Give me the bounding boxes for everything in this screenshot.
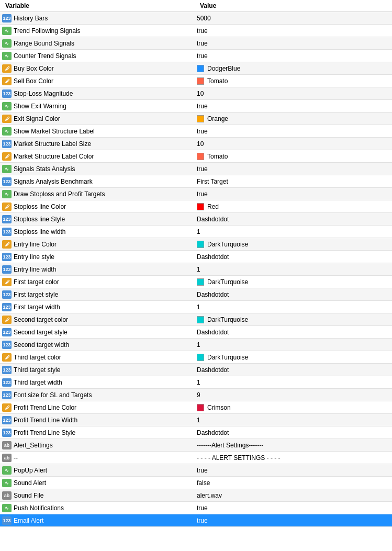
- color-icon: 🖌: [2, 240, 12, 249]
- 123-icon: 123: [2, 265, 12, 274]
- table-row[interactable]: ∿Show Market Structure Labeltrue: [0, 125, 392, 138]
- table-row[interactable]: 123Second target width1: [0, 339, 392, 351]
- value-label: DarkTurquoise: [207, 241, 248, 248]
- table-row[interactable]: ∿Draw Stoploss and Profit Targetstrue: [0, 188, 392, 200]
- 123-icon: 123: [2, 516, 12, 525]
- table-row[interactable]: 123Entry line styleDashdotdot: [0, 251, 392, 263]
- trend-icon: ∿: [2, 102, 12, 110]
- table-row[interactable]: 🖌Profit Trend Line ColorCrimson: [0, 401, 392, 414]
- table-row[interactable]: 123Email Alerttrue: [0, 514, 392, 527]
- trend-icon: ∿: [2, 479, 12, 487]
- trend-icon: ∿: [2, 127, 12, 136]
- variable-label: Second target color: [14, 316, 68, 323]
- variable-label: Exit Signal Color: [14, 115, 60, 122]
- table-row[interactable]: 123Entry line width1: [0, 263, 392, 276]
- value-label: Tomato: [207, 153, 228, 160]
- 123-icon: 123: [2, 215, 12, 223]
- table-row[interactable]: 123Stoploss line StyleDashdotdot: [0, 213, 392, 226]
- table-row[interactable]: 🖌Stoploss line ColorRed: [0, 200, 392, 213]
- table-row[interactable]: 🖌Sell Box ColorTomato: [0, 75, 392, 87]
- table-row[interactable]: 123Signals Analysis BenchmarkFirst Targe…: [0, 175, 392, 188]
- header-variable: Variable: [3, 2, 197, 9]
- table-row[interactable]: 123Second target styleDashdotdot: [0, 326, 392, 339]
- table-row[interactable]: 🖌Market Structure Label ColorTomato: [0, 150, 392, 163]
- variable-label: Sell Box Color: [14, 77, 53, 85]
- table-row[interactable]: 123Profit Trend Line StyleDashdotdot: [0, 426, 392, 439]
- table-row[interactable]: ∿Trend Following Signalstrue: [0, 25, 392, 37]
- table-row[interactable]: ∿Counter Trend Signalstrue: [0, 50, 392, 62]
- table-row[interactable]: 123Font size for SL and Targets9: [0, 389, 392, 401]
- variable-label: Stoploss line Style: [14, 216, 65, 223]
- table-row[interactable]: ∿Push Notificationstrue: [0, 502, 392, 514]
- value-label: DarkTurquoise: [207, 316, 248, 323]
- table-row[interactable]: 123Profit Trend Line Width1: [0, 414, 392, 426]
- variable-label: First target width: [14, 303, 60, 311]
- table-row[interactable]: 123Market Structure Label Size10: [0, 138, 392, 150]
- table-row[interactable]: 123First target styleDashdotdot: [0, 288, 392, 301]
- table-row[interactable]: 123Stop-Loss Magnitude10: [0, 87, 392, 100]
- table-row[interactable]: 123Stoploss line width1: [0, 226, 392, 238]
- trend-icon: ∿: [2, 39, 12, 48]
- color-swatch: [197, 203, 204, 210]
- value-label: 1: [197, 266, 200, 273]
- table-row[interactable]: 🖌Entry line ColorDarkTurquoise: [0, 238, 392, 251]
- trend-icon: ∿: [2, 190, 12, 198]
- table-row[interactable]: ab--- - - - ALERT SETTINGS - - - -: [0, 452, 392, 464]
- trend-icon: ∿: [2, 27, 12, 35]
- table-row[interactable]: 🖌Second target colorDarkTurquoise: [0, 313, 392, 326]
- value-label: Crimson: [207, 404, 231, 411]
- color-swatch: [197, 404, 204, 411]
- value-label: Red: [207, 203, 219, 210]
- variable-label: Counter Trend Signals: [14, 52, 76, 60]
- value-label: 10: [197, 140, 204, 148]
- value-label: 1: [197, 341, 200, 348]
- color-swatch: [197, 278, 204, 286]
- table-row[interactable]: 123First target width1: [0, 301, 392, 313]
- table-row[interactable]: 🖌Exit Signal ColorOrange: [0, 113, 392, 125]
- variable-label: Email Alert: [14, 517, 43, 524]
- table-body: 123History Bars5000∿Trend Following Sign…: [0, 12, 392, 527]
- value-label: 10: [197, 90, 204, 97]
- value-label: 9: [197, 391, 200, 399]
- color-swatch: [197, 241, 204, 248]
- value-label: Dashdotdot: [197, 429, 229, 436]
- value-label: 1: [197, 303, 200, 311]
- variable-label: PopUp Alert: [14, 467, 47, 474]
- table-row[interactable]: 123History Bars5000: [0, 12, 392, 25]
- value-label: Dashdotdot: [197, 253, 229, 261]
- color-icon: 🖌: [2, 403, 12, 412]
- value-label: -------Alert Settings-------: [197, 442, 263, 449]
- variable-label: Market Structure Label Color: [14, 153, 94, 160]
- value-label: true: [197, 40, 208, 47]
- 123-icon: 123: [2, 253, 12, 261]
- 123-icon: 123: [2, 290, 12, 299]
- table-row[interactable]: 🖌Buy Box ColorDodgerBlue: [0, 62, 392, 75]
- color-icon: 🖌: [2, 353, 12, 362]
- color-swatch: [197, 354, 204, 361]
- table-row[interactable]: 123Third target styleDashdotdot: [0, 364, 392, 376]
- table-row[interactable]: abSound Filealert.wav: [0, 489, 392, 502]
- value-label: true: [197, 467, 208, 474]
- color-swatch: [197, 115, 204, 122]
- color-icon: 🖌: [2, 77, 12, 85]
- variable-label: Profit Trend Line Color: [14, 404, 76, 411]
- table-row[interactable]: ∿Signals Stats Analysistrue: [0, 163, 392, 175]
- 123-icon: 123: [2, 303, 12, 311]
- variable-label: Draw Stoploss and Profit Targets: [14, 190, 105, 198]
- table-row[interactable]: ∿Sound Alertfalse: [0, 477, 392, 489]
- value-label: Dashdotdot: [197, 329, 229, 336]
- table-row[interactable]: 123Third target width1: [0, 376, 392, 389]
- value-label: false: [197, 479, 210, 487]
- variable-label: History Bars: [14, 15, 48, 22]
- table-row[interactable]: 🖌First target colorDarkTurquoise: [0, 276, 392, 288]
- table-row[interactable]: ∿Show Exit Warningtrue: [0, 100, 392, 113]
- table-row[interactable]: abAlert_Settings-------Alert Settings---…: [0, 439, 392, 452]
- variable-label: Second target style: [14, 329, 68, 336]
- value-label: Dashdotdot: [197, 291, 229, 298]
- variable-label: Market Structure Label Size: [14, 140, 91, 148]
- value-label: 1: [197, 228, 200, 235]
- table-row[interactable]: 🖌Third target colorDarkTurquoise: [0, 351, 392, 364]
- table-row[interactable]: ∿Range Bound Signalstrue: [0, 37, 392, 50]
- table-row[interactable]: ∿PopUp Alerttrue: [0, 464, 392, 477]
- color-icon: 🖌: [2, 115, 12, 123]
